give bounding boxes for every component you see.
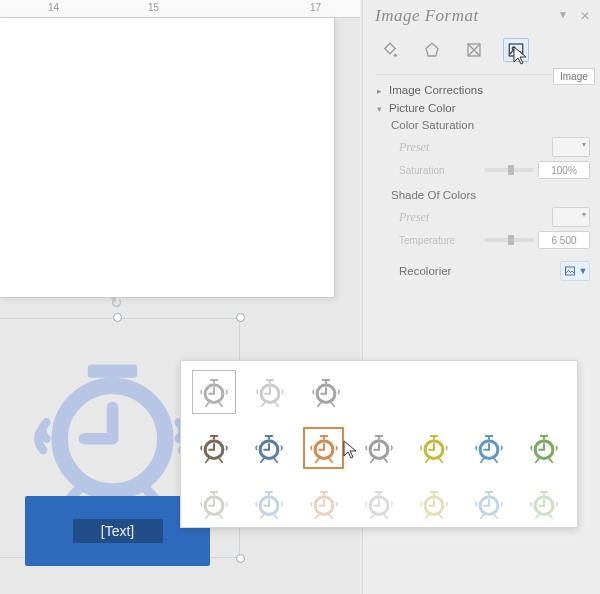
panel-dropdown-icon[interactable]: ▼ [558,9,568,23]
recolor-option[interactable] [358,427,399,469]
resize-handle-br[interactable] [236,554,245,563]
svg-rect-14 [269,380,271,383]
resize-handle-tc[interactable] [113,313,122,322]
resize-handle-tr[interactable] [236,313,245,322]
svg-rect-59 [543,492,545,495]
subhead-shade: Shade Of Colors [375,181,590,205]
tab-picture-icon[interactable] [503,38,529,62]
svg-rect-47 [323,492,325,495]
text-placeholder[interactable]: [Text] [73,519,163,543]
svg-point-3 [394,54,397,57]
recolor-option[interactable] [414,427,455,469]
recolor-option[interactable] [414,483,455,525]
recolor-dropdown-button[interactable]: ▼ [560,261,590,281]
svg-rect-20 [213,436,215,439]
ruler-tick: 15 [148,2,159,13]
recolor-option[interactable] [249,371,291,413]
svg-rect-6 [509,44,523,56]
svg-rect-23 [268,436,270,439]
recolor-option[interactable] [358,483,399,525]
label-saturation: Saturation [399,165,445,176]
svg-rect-56 [488,492,490,495]
svg-rect-53 [433,492,435,495]
clock-image[interactable] [25,348,200,513]
recolor-popup[interactable] [180,360,578,528]
recolor-option[interactable] [524,483,565,525]
recolor-option[interactable] [303,427,344,469]
svg-rect-17 [325,380,327,383]
recolor-option[interactable] [193,427,234,469]
svg-rect-35 [488,436,490,439]
subhead-saturation: Color Saturation [375,117,590,135]
recolor-option[interactable] [469,483,510,525]
recolor-option[interactable] [469,427,510,469]
tab-tooltip: Image [553,68,595,85]
format-tabs [375,26,590,70]
svg-rect-38 [543,436,545,439]
svg-rect-11 [213,380,215,383]
svg-rect-50 [378,492,380,495]
recolor-option[interactable] [248,483,289,525]
svg-rect-44 [268,492,270,495]
label-temperature: Temperature [399,235,455,246]
svg-rect-8 [565,267,574,275]
tab-size-icon[interactable] [461,38,487,62]
svg-rect-32 [433,436,435,439]
recolor-option[interactable] [524,427,565,469]
svg-rect-2 [108,373,118,390]
panel-close-icon[interactable]: ✕ [580,9,590,23]
horizontal-ruler: 14 15 17 [0,0,360,18]
saturation-preset-button[interactable] [552,137,590,157]
saturation-value[interactable]: 100% [538,161,590,179]
shade-preset-button[interactable] [552,207,590,227]
recolor-option[interactable] [193,483,234,525]
recolor-option[interactable] [248,427,289,469]
section-picture-color[interactable]: Picture Color [375,99,590,117]
recolor-option[interactable] [305,371,347,413]
tab-effects-icon[interactable] [419,38,445,62]
temperature-slider[interactable] [484,238,534,242]
label-preset-shade: Preset [399,210,429,225]
rotate-handle[interactable]: ↻ [110,294,123,312]
svg-marker-4 [426,43,438,56]
label-preset: Preset [399,140,429,155]
saturation-slider[interactable] [484,168,534,172]
recolor-option[interactable] [303,483,344,525]
svg-rect-29 [378,436,380,439]
svg-rect-26 [323,436,325,439]
panel-title: Image Format [375,6,479,26]
recolor-option[interactable] [193,371,235,413]
svg-rect-41 [213,492,215,495]
document-page [0,18,335,298]
ruler-tick: 17 [310,2,321,13]
tab-fill-icon[interactable] [377,38,403,62]
temperature-value[interactable]: 6 500 [538,231,590,249]
label-recolor: Recolorier [399,265,451,277]
ruler-tick: 14 [48,2,59,13]
